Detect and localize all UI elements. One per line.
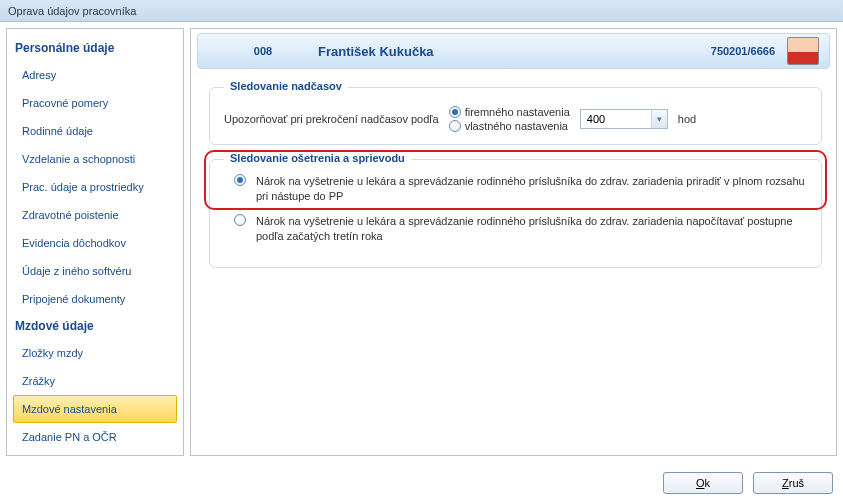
footer-buttons: Ok Zruš xyxy=(663,472,833,494)
sidebar-item-zdravotne[interactable]: Zdravotné poistenie xyxy=(13,201,177,229)
chevron-down-icon[interactable]: ▾ xyxy=(651,110,667,128)
overtime-radio-own-label: vlastného nastavenia xyxy=(465,120,568,132)
radio-icon xyxy=(449,106,461,118)
window-title: Oprava údajov pracovníka xyxy=(0,0,843,22)
sidebar-section-personal: Personálne údaje xyxy=(13,35,183,61)
sidebar-section-mzdove: Mzdové údaje xyxy=(13,313,183,339)
content-container: Personálne údaje Adresy Pracovné pomery … xyxy=(0,22,843,462)
overtime-title: Sledovanie nadčasov xyxy=(224,80,348,92)
sidebar-item-rodinne-udaje[interactable]: Rodinné údaje xyxy=(13,117,177,145)
radio-icon xyxy=(449,120,461,132)
sidebar-item-dochodky[interactable]: Evidencia dôchodkov xyxy=(13,229,177,257)
care-option-1-label: Nárok na vyšetrenie u lekára a sprevádza… xyxy=(256,214,807,244)
sidebar-item-adresy[interactable]: Adresy xyxy=(13,61,177,89)
cancel-button[interactable]: Zruš xyxy=(753,472,833,494)
cancel-mnemonic: Z xyxy=(782,477,789,489)
care-option-0[interactable]: Nárok na vyšetrenie u lekára a sprevádza… xyxy=(224,174,807,204)
employee-code: 008 xyxy=(208,45,318,57)
care-group: Sledovanie ošetrenia a sprievodu Nárok n… xyxy=(209,159,822,268)
overtime-radio-company-label: firemného nastavenia xyxy=(465,106,570,118)
cancel-rest: ruš xyxy=(789,477,804,489)
ok-button[interactable]: Ok xyxy=(663,472,743,494)
employee-name: František Kukučka xyxy=(318,44,663,59)
radio-icon xyxy=(234,174,246,186)
overtime-hours-unit: hod xyxy=(678,113,696,125)
ok-rest: k xyxy=(705,477,711,489)
care-option-0-label: Nárok na vyšetrenie u lekára a sprevádza… xyxy=(256,174,807,204)
employee-id: 750201/6666 xyxy=(663,45,783,57)
sidebar-item-prac-udaje[interactable]: Prac. údaje a prostriedky xyxy=(13,173,177,201)
overtime-radio-own[interactable]: vlastného nastavenia xyxy=(449,120,570,132)
sidebar-item-dokumenty[interactable]: Pripojené dokumenty xyxy=(13,285,177,313)
overtime-label: Upozorňovať pri prekročení nadčasov podľ… xyxy=(224,113,439,125)
sidebar-item-zlozky-mzdy[interactable]: Zložky mzdy xyxy=(13,339,177,367)
overtime-group: Sledovanie nadčasov Upozorňovať pri prek… xyxy=(209,87,822,145)
care-title: Sledovanie ošetrenia a sprievodu xyxy=(224,152,411,164)
overtime-hours-input[interactable] xyxy=(581,110,651,128)
sidebar-item-iny-softver[interactable]: Údaje z iného softvéru xyxy=(13,257,177,285)
main-panel: 008 František Kukučka 750201/6666 Sledov… xyxy=(190,28,837,456)
employee-header: 008 František Kukučka 750201/6666 xyxy=(197,33,830,69)
radio-icon xyxy=(234,214,246,226)
sidebar: Personálne údaje Adresy Pracovné pomery … xyxy=(6,28,184,456)
sidebar-item-pn-ocr[interactable]: Zadanie PN a OČR xyxy=(13,423,177,451)
ok-mnemonic: O xyxy=(696,477,705,489)
sidebar-item-vzdelanie[interactable]: Vzdelanie a schopnosti xyxy=(13,145,177,173)
overtime-hours-input-wrap: ▾ xyxy=(580,109,668,129)
sidebar-item-zrazky[interactable]: Zrážky xyxy=(13,367,177,395)
overtime-radio-company[interactable]: firemného nastavenia xyxy=(449,106,570,118)
avatar xyxy=(787,37,819,65)
sidebar-item-mzdove-nastavenia[interactable]: Mzdové nastavenia xyxy=(13,395,177,423)
care-option-1[interactable]: Nárok na vyšetrenie u lekára a sprevádza… xyxy=(224,214,807,244)
sidebar-item-pracovne-pomery[interactable]: Pracovné pomery xyxy=(13,89,177,117)
